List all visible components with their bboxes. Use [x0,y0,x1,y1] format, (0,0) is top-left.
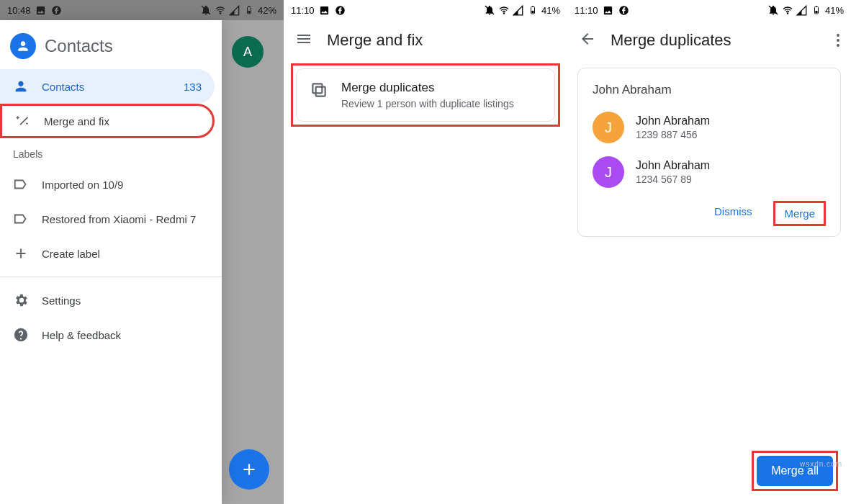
label-item[interactable]: Restored from Xiaomi - Redmi 7 [0,202,215,236]
create-label-text: Create label [42,248,100,260]
screenshot-contacts-drawer: 10:48 42% A [0,0,284,504]
label-text: Imported on 10/9 [42,179,123,191]
svg-rect-13 [312,84,322,93]
status-battery: 41% [541,5,560,16]
screenshot-merge-and-fix: 11:10 41% Merge and fix Merge duplicates… [284,0,567,504]
duplicate-entry[interactable]: J John Abraham 1239 887 456 [593,112,826,143]
svg-rect-10 [531,11,533,13]
contact-phone: 1239 887 456 [636,129,710,140]
label-icon [13,211,29,227]
create-label[interactable]: Create label [0,236,215,271]
page-title: Merge duplicates [611,31,731,50]
svg-point-8 [503,12,504,13]
help-icon [13,327,29,343]
labels-header: Labels [0,138,222,167]
person-icon [13,78,29,94]
drawer-item-help[interactable]: Help & feedback [0,318,215,352]
signal-icon [796,4,808,16]
svg-rect-12 [316,87,325,96]
wifi-icon [498,4,510,16]
label-text: Restored from Xiaomi - Redmi 7 [42,213,196,225]
dismiss-button[interactable]: Dismiss [707,201,760,226]
signal-icon [513,4,524,16]
contact-phone: 1234 567 89 [636,174,710,185]
app-title: Contacts [45,36,113,56]
highlight-box: Merge all [752,451,838,491]
battery-icon [527,4,539,16]
app-bar: Merge duplicates [567,20,851,60]
account-avatar[interactable]: A [232,36,264,68]
card-subtitle: Review 1 person with duplicate listings [341,98,514,109]
avatar: J [593,112,624,143]
status-bar: 11:10 41% [567,0,851,20]
image-icon [319,4,330,16]
highlight-box: Merge duplicates Review 1 person with du… [291,63,560,127]
merge-button[interactable]: Merge [777,203,822,224]
drawer-item-merge-and-fix[interactable]: Merge and fix [0,104,215,138]
group-name: John Abraham [593,83,826,97]
status-time: 11:10 [291,5,315,16]
wifi-icon [782,4,793,16]
contact-name: John Abraham [636,114,710,127]
copy-icon [310,81,328,102]
avatar: J [593,156,624,188]
duplicate-group-card: John Abraham J John Abraham 1239 887 456… [577,68,841,237]
bell-off-icon [484,4,495,16]
drawer-item-label: Contacts [42,81,84,93]
contact-name: John Abraham [636,159,710,172]
svg-rect-18 [815,11,817,13]
status-time: 11:10 [575,5,598,16]
image-icon [603,4,614,16]
magic-wand-icon [15,113,31,129]
status-bar: 11:10 41% [284,0,567,20]
watermark: wsxdn.com [800,460,842,468]
label-icon [13,176,29,192]
contacts-count: 133 [184,81,202,93]
help-label: Help & feedback [42,329,121,341]
svg-rect-11 [532,6,533,7]
merge-duplicates-card[interactable]: Merge duplicates Review 1 person with du… [296,68,555,122]
gear-icon [13,292,29,308]
screenshot-merge-duplicates: 11:10 41% Merge duplicates John Abraham … [567,0,851,504]
drawer-header: Contacts [0,20,222,69]
battery-icon [811,4,822,16]
navigation-drawer: Contacts Contacts 133 Merge and fix Labe… [0,20,222,504]
svg-point-16 [787,12,788,13]
bell-off-icon [767,4,779,16]
add-contact-fab[interactable] [229,449,269,490]
overflow-menu-icon[interactable] [837,34,839,47]
svg-rect-19 [816,6,817,7]
drawer-item-contacts[interactable]: Contacts 133 [0,69,215,104]
page-title: Merge and fix [327,31,423,50]
drawer-item-settings[interactable]: Settings [0,283,215,318]
contacts-app-icon [10,33,36,59]
facebook-icon [618,4,630,16]
app-bar: Merge and fix [284,20,567,60]
settings-label: Settings [42,294,81,307]
facebook-icon [335,4,346,16]
duplicate-entry[interactable]: J John Abraham 1234 567 89 [593,156,826,188]
card-title: Merge duplicates [341,81,514,95]
status-battery: 41% [825,5,844,16]
back-icon[interactable] [579,30,596,50]
hamburger-icon[interactable] [295,30,312,50]
drawer-item-label: Merge and fix [44,115,109,127]
plus-icon [13,246,29,261]
highlight-box: Merge [773,201,826,226]
divider [0,276,222,277]
label-item[interactable]: Imported on 10/9 [0,167,215,202]
